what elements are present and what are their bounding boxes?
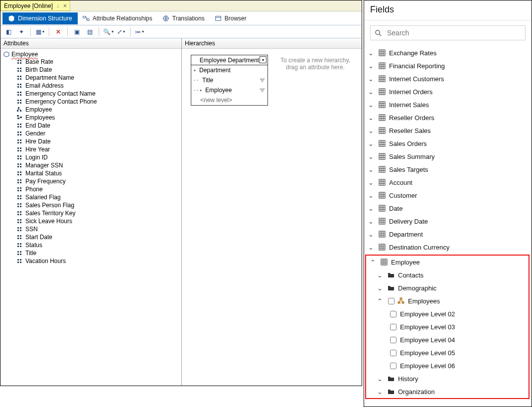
layout-dropdown[interactable]: ≔ bbox=[134, 27, 144, 37]
attribute-item[interactable]: Sales Territory Key bbox=[16, 209, 178, 217]
toggle-tree-button[interactable]: ▤ bbox=[85, 27, 95, 37]
attribute-item[interactable]: Vacation Hours bbox=[16, 257, 178, 265]
hierarchy-box[interactable]: Employee Department ▾ •Department··Title… bbox=[191, 55, 268, 106]
hierarchy-level[interactable]: ··•Employee⩔ bbox=[191, 85, 267, 95]
attribute-item[interactable]: Salaried Flag bbox=[16, 193, 178, 201]
toggle-table-button[interactable]: ▣ bbox=[72, 27, 82, 37]
chevron-down-icon[interactable]: ⌄ bbox=[364, 127, 377, 135]
hierarchy-name[interactable]: Employee Department ▾ bbox=[191, 55, 267, 65]
field-table[interactable]: ⌄Account bbox=[364, 176, 532, 189]
search-box[interactable] bbox=[370, 25, 526, 40]
field-table[interactable]: ⌄Date bbox=[364, 202, 532, 215]
chevron-down-icon[interactable]: ⌄ bbox=[364, 218, 377, 225]
field-checkbox[interactable] bbox=[386, 298, 396, 304]
attribute-item[interactable]: Sick Leave Hours bbox=[16, 217, 178, 225]
chevron-down-icon[interactable]: ⌄ bbox=[364, 75, 377, 83]
chevron-down-icon[interactable]: ⌄ bbox=[373, 388, 386, 396]
attribute-item[interactable]: Hire Date bbox=[16, 137, 178, 145]
delete-button[interactable]: ✕ bbox=[53, 27, 63, 37]
chevron-down-icon[interactable]: ⌄ bbox=[364, 62, 377, 70]
field-table-employee[interactable]: ⌃ Employee bbox=[366, 256, 529, 269]
field-hierarchy-level[interactable]: Employee Level 04 bbox=[366, 333, 529, 346]
chevron-down-icon[interactable]: ⌄ bbox=[373, 284, 386, 292]
attribute-item[interactable]: Status bbox=[16, 241, 178, 249]
field-hierarchy-level[interactable]: Employee Level 02 bbox=[366, 307, 529, 320]
chevron-down-icon[interactable]: ⌄ bbox=[364, 166, 377, 173]
chevron-down-icon[interactable]: ⌄ bbox=[364, 231, 377, 238]
field-hierarchy-level[interactable]: Employee Level 03 bbox=[366, 320, 529, 333]
field-folder[interactable]: ⌄Organization bbox=[366, 385, 529, 398]
field-table[interactable]: ⌄Exchange Rates bbox=[364, 46, 532, 59]
attribute-item[interactable]: Base Rate bbox=[16, 58, 178, 66]
attribute-item[interactable]: Birth Date bbox=[16, 66, 178, 74]
attribute-item[interactable]: Gender bbox=[16, 130, 178, 137]
attribute-item[interactable]: End Date bbox=[16, 122, 178, 130]
attribute-item[interactable]: Title bbox=[16, 249, 178, 257]
field-table[interactable]: ⌄Financial Reporting bbox=[364, 59, 532, 72]
tab-attribute-relationships[interactable]: Attribute Relationships bbox=[78, 13, 157, 24]
add-attribute-button[interactable]: ◧ bbox=[3, 27, 13, 37]
chevron-up-icon[interactable]: ⌃ bbox=[373, 297, 386, 305]
hierarchy-level[interactable]: ··Title⩔ bbox=[191, 75, 267, 85]
attribute-item[interactable]: Employee bbox=[16, 106, 178, 114]
field-table[interactable]: ⌄Delivery Date bbox=[364, 215, 532, 228]
chevron-down-icon[interactable]: ⌄ bbox=[364, 88, 377, 96]
field-table[interactable]: ⌄Destination Currency bbox=[364, 241, 532, 254]
field-folder[interactable]: ⌄History bbox=[366, 372, 529, 385]
field-checkbox[interactable] bbox=[388, 350, 398, 356]
field-table[interactable]: ⌄Department bbox=[364, 228, 532, 241]
chevron-down-icon[interactable]: ⌄ bbox=[364, 101, 377, 109]
attribute-item[interactable]: Email Address bbox=[16, 82, 178, 90]
attributes-root[interactable]: Employee bbox=[3, 51, 178, 58]
chevron-down-icon[interactable]: ⌄ bbox=[364, 179, 377, 186]
chevron-down-icon[interactable]: ⌄ bbox=[364, 114, 377, 122]
field-table[interactable]: ⌄Customer bbox=[364, 189, 532, 202]
hierarchy-new-level[interactable]: <new level> bbox=[191, 95, 267, 105]
attribute-item[interactable]: SSN bbox=[16, 225, 178, 233]
search-input[interactable] bbox=[386, 28, 521, 37]
field-hierarchy-level[interactable]: Employee Level 06 bbox=[366, 359, 529, 372]
attribute-item[interactable]: Employees bbox=[16, 114, 178, 122]
field-checkbox[interactable] bbox=[388, 337, 398, 343]
tab-browser[interactable]: Browser bbox=[210, 13, 252, 24]
field-table[interactable]: ⌄Sales Targets bbox=[364, 163, 532, 176]
pin-icon[interactable]: ⟂ bbox=[57, 3, 59, 8]
chevron-down-icon[interactable]: ⌄ bbox=[364, 205, 377, 212]
field-table[interactable]: ⌄Internet Customers bbox=[364, 72, 532, 85]
chevron-down-icon[interactable]: ⌄ bbox=[364, 140, 377, 147]
attribute-item[interactable]: Department Name bbox=[16, 74, 178, 82]
hierarchy-dropdown-icon[interactable]: ▾ bbox=[260, 56, 266, 63]
chevron-down-icon[interactable]: ⌄ bbox=[364, 244, 377, 251]
field-table[interactable]: ⌄Sales Summary bbox=[364, 150, 532, 163]
field-table[interactable]: ⌄Reseller Sales bbox=[364, 124, 532, 137]
attribute-item[interactable]: Manager SSN bbox=[16, 161, 178, 169]
attribute-item[interactable]: Login ID bbox=[16, 153, 178, 161]
view-dropdown[interactable]: ▦ bbox=[35, 27, 45, 37]
chevron-down-icon[interactable]: ⌄ bbox=[373, 271, 386, 279]
attribute-item[interactable]: Pay Frequency bbox=[16, 177, 178, 185]
close-icon[interactable]: × bbox=[63, 2, 67, 9]
attribute-item[interactable]: Hire Year bbox=[16, 145, 178, 153]
attribute-item[interactable]: Marital Status bbox=[16, 169, 178, 177]
attribute-item[interactable]: Start Date bbox=[16, 233, 178, 241]
field-table[interactable]: ⌄Sales Orders bbox=[364, 137, 532, 150]
attribute-item[interactable]: Sales Person Flag bbox=[16, 201, 178, 209]
field-checkbox[interactable] bbox=[388, 324, 398, 330]
field-hierarchy-employees[interactable]: ⌃ Employees bbox=[366, 294, 529, 307]
field-folder[interactable]: ⌄Contacts bbox=[366, 269, 529, 281]
find-dropdown[interactable]: 🔍 bbox=[103, 27, 113, 37]
hierarchy-level[interactable]: •Department bbox=[191, 65, 267, 75]
tab-dimension-structure[interactable]: Dimension Structure bbox=[2, 12, 78, 24]
field-table[interactable]: ⌄Internet Orders bbox=[364, 85, 532, 98]
document-tab[interactable]: Employee [Online] ⟂ × bbox=[0, 0, 70, 11]
field-checkbox[interactable] bbox=[388, 363, 398, 369]
field-table[interactable]: ⌄Reseller Orders bbox=[364, 111, 532, 124]
process-button[interactable]: ✦ bbox=[16, 27, 26, 37]
field-folder[interactable]: ⌄Demographic bbox=[366, 281, 529, 294]
chevron-down-icon[interactable]: ⌄ bbox=[364, 49, 377, 57]
field-checkbox[interactable] bbox=[388, 311, 398, 317]
zoom-dropdown[interactable]: ⤢ bbox=[116, 27, 126, 37]
chevron-down-icon[interactable]: ⌄ bbox=[364, 153, 377, 160]
attribute-item[interactable]: Emergency Contact Name bbox=[16, 90, 178, 98]
tab-translations[interactable]: Translations bbox=[157, 13, 210, 24]
